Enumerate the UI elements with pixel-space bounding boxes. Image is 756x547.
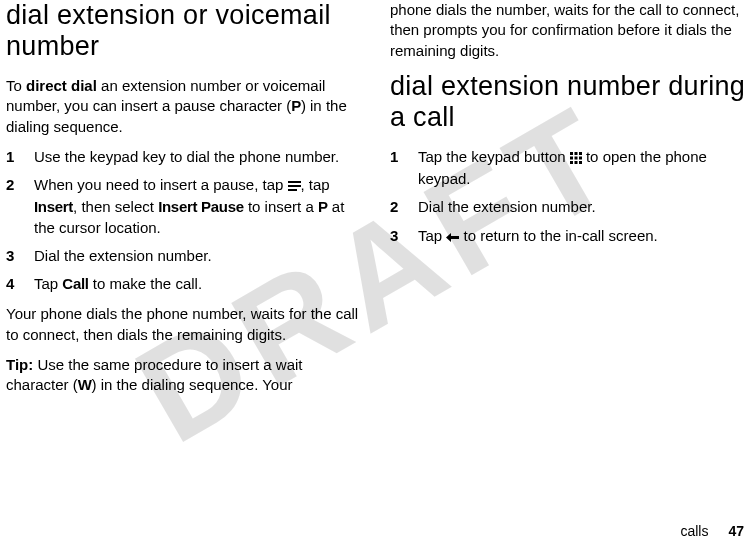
intro-paragraph: To direct dial an extension number or vo… [6, 76, 362, 137]
step-number: 1 [390, 147, 410, 167]
step-number: 1 [6, 147, 26, 167]
menu-icon [288, 177, 301, 197]
step-text: to make the call. [89, 275, 202, 292]
svg-rect-0 [288, 181, 301, 183]
step-text: Dial the extension number. [418, 198, 596, 215]
keypad-icon [570, 149, 582, 169]
page-footer: calls47 [680, 523, 744, 539]
step-number: 2 [6, 175, 26, 195]
step-text: , tap [301, 176, 330, 193]
step-text: When you need to insert a pause, tap [34, 176, 288, 193]
step-2: 2 When you need to insert a pause, tap ,… [6, 175, 362, 238]
text-bold: direct dial [26, 77, 97, 94]
svg-rect-3 [570, 152, 573, 155]
svg-rect-10 [574, 161, 577, 164]
tip-paragraph: Tip: Use the same procedure to insert a … [6, 355, 362, 396]
svg-rect-4 [574, 152, 577, 155]
text: ) in the dialing sequence. Your [92, 376, 293, 393]
step-text: to return to the in-call screen. [459, 227, 657, 244]
char-p: P [318, 198, 328, 215]
step-text: Tap [418, 227, 446, 244]
after-paragraph: Your phone dials the phone number, waits… [6, 304, 362, 345]
step-r3: 3 Tap to return to the in-call screen. [390, 226, 746, 248]
step-number: 4 [6, 274, 26, 294]
footer-section: calls [680, 523, 708, 539]
step-r2: 2 Dial the extension number. [390, 197, 746, 217]
svg-rect-2 [288, 189, 297, 191]
step-text: , then select [73, 198, 158, 215]
heading-dial-during-call: dial extension number during a call [390, 71, 746, 133]
page-content: dial extension or voicemail number To di… [0, 0, 756, 500]
char-p: P [291, 97, 301, 114]
ui-label: Call [62, 275, 88, 292]
steps-list-left: 1 Use the keypad key to dial the phone n… [6, 147, 362, 295]
step-text: Tap [34, 275, 62, 292]
step-text: Tap the keypad button [418, 148, 570, 165]
step-number: 2 [390, 197, 410, 217]
carryover-paragraph: phone dials the number, waits for the ca… [390, 0, 746, 61]
step-number: 3 [390, 226, 410, 246]
steps-list-right: 1 Tap the keypad button to open the phon… [390, 147, 746, 248]
svg-rect-7 [574, 156, 577, 159]
step-1: 1 Use the keypad key to dial the phone n… [6, 147, 362, 167]
step-4: 4 Tap Call to make the call. [6, 274, 362, 294]
step-text: Use the keypad key to dial the phone num… [34, 148, 339, 165]
step-3: 3 Dial the extension number. [6, 246, 362, 266]
svg-rect-6 [570, 156, 573, 159]
svg-rect-9 [570, 161, 573, 164]
step-r1: 1 Tap the keypad button to open the phon… [390, 147, 746, 190]
tip-label: Tip: [6, 356, 33, 373]
ui-label: Insert Pause [158, 198, 244, 215]
step-number: 3 [6, 246, 26, 266]
step-text: to insert a [244, 198, 318, 215]
back-icon [446, 228, 459, 248]
ui-label: Insert [34, 198, 73, 215]
svg-rect-1 [288, 185, 301, 187]
char-w: W [78, 376, 92, 393]
text: To [6, 77, 26, 94]
step-text: Dial the extension number. [34, 247, 212, 264]
footer-page-number: 47 [728, 523, 744, 539]
heading-dial-ext-voicemail: dial extension or voicemail number [6, 0, 362, 62]
